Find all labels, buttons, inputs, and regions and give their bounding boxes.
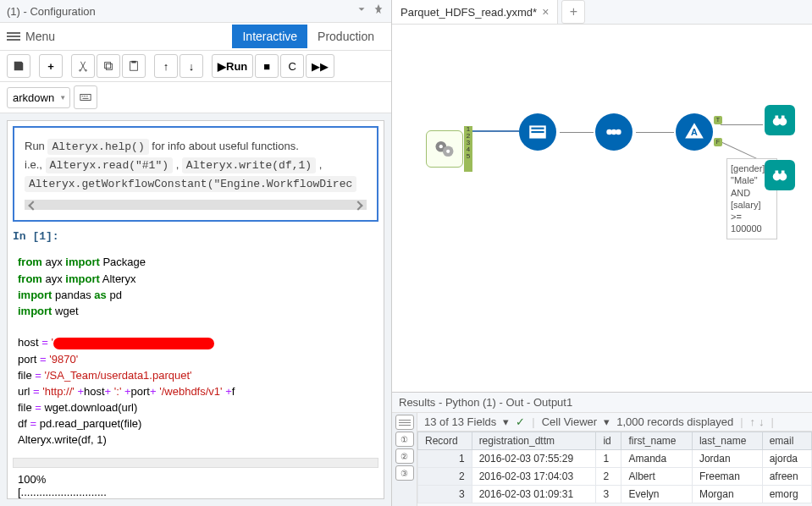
column-header[interactable]: id <box>596 432 621 450</box>
table-row[interactable]: 22016-02-03 17:04:032AlbertFreemanafreen <box>418 468 812 486</box>
table-cell[interactable]: 2016-02-03 01:09:31 <box>472 486 596 503</box>
browse-tool[interactable] <box>519 113 556 151</box>
results-anchor-2[interactable]: ② <box>395 448 414 464</box>
code-cell[interactable]: from ayx import Package from ayx import … <box>13 250 378 454</box>
column-header[interactable]: last_name <box>692 432 762 450</box>
connection[interactable] <box>472 130 519 132</box>
pin-icon[interactable] <box>373 3 384 19</box>
fields-count[interactable]: 13 of 13 Fields <box>424 415 496 428</box>
celltype-toolbar: arkdown <box>0 82 391 113</box>
browse-output-true[interactable] <box>765 105 795 135</box>
help-text: , <box>173 158 182 171</box>
table-cell[interactable]: 1 <box>596 450 621 468</box>
svg-rect-26 <box>776 171 779 176</box>
celltype-dropdown[interactable]: arkdown <box>7 87 70 108</box>
table-cell[interactable]: ajorda <box>762 450 811 468</box>
table-cell[interactable]: 1 <box>418 450 472 468</box>
table-cell[interactable]: 2 <box>596 468 621 486</box>
copy-button[interactable] <box>97 54 120 78</box>
workflow-canvas[interactable]: 12345 A T F [gender] = "Male" AND [salar… <box>392 25 812 392</box>
select-tool[interactable] <box>595 113 632 151</box>
restart-button[interactable]: C <box>280 54 304 78</box>
table-row[interactable]: 12016-02-03 07:55:291AmandaJordanajorda <box>418 450 812 468</box>
redacted-host <box>53 338 214 349</box>
collapse-icon[interactable] <box>356 3 367 19</box>
svg-point-18 <box>616 129 621 135</box>
table-cell[interactable]: afreen <box>762 468 811 486</box>
tab-production[interactable]: Production <box>307 25 384 48</box>
table-cell[interactable]: 3 <box>596 486 621 503</box>
table-cell[interactable]: Albert <box>621 468 692 486</box>
svg-rect-7 <box>86 96 88 96</box>
keyboard-button[interactable] <box>74 85 97 109</box>
notebook-area: Run Alteryx.help() for info about useful… <box>7 120 384 499</box>
svg-point-12 <box>446 150 450 153</box>
table-cell[interactable]: 3 <box>418 486 472 503</box>
output-line: [............................ <box>18 486 373 498</box>
move-down-button[interactable]: ↓ <box>180 54 203 78</box>
column-header[interactable]: Record <box>418 432 472 450</box>
table-cell[interactable]: Jordan <box>692 450 762 468</box>
prev-icon[interactable]: ↑ <box>750 415 756 428</box>
menu-bar: Menu Interactive Production <box>0 23 391 51</box>
cell-viewer-label[interactable]: Cell Viewer <box>542 415 598 428</box>
add-tab-button[interactable]: + <box>561 0 585 24</box>
connection[interactable] <box>721 124 763 125</box>
help-scrollbar[interactable] <box>25 200 367 210</box>
save-button[interactable] <box>7 54 30 78</box>
filter-tool[interactable]: A <box>676 113 713 151</box>
filter-true-anchor[interactable]: T <box>714 116 722 124</box>
code-scrollbar[interactable] <box>13 458 378 468</box>
stop-button[interactable]: ■ <box>255 54 279 78</box>
table-cell[interactable]: Freeman <box>692 468 762 486</box>
help-code: Alteryx.read("#1") <box>46 157 173 173</box>
output-cell: 100% [............................ <box>13 468 378 499</box>
tab-interactive[interactable]: Interactive <box>232 25 307 48</box>
python-tool[interactable] <box>426 130 463 168</box>
move-up-button[interactable]: ↑ <box>154 54 178 78</box>
connection[interactable] <box>560 132 594 133</box>
run-button[interactable]: ▶ Run <box>212 54 253 78</box>
browse-output-false[interactable] <box>765 160 795 190</box>
table-cell[interactable]: 2016-02-03 07:55:29 <box>472 450 596 468</box>
close-tab-icon[interactable]: × <box>542 5 549 19</box>
help-text: Run <box>25 140 47 152</box>
results-view-list[interactable] <box>395 415 414 430</box>
cut-button[interactable] <box>71 54 95 78</box>
filter-false-anchor[interactable]: F <box>714 138 722 146</box>
workflow-panel: Parquet_HDFS_read.yxmd* × + 12345 A T <box>392 0 812 506</box>
table-cell[interactable]: Morgan <box>692 486 762 503</box>
next-icon[interactable]: ↓ <box>759 415 765 428</box>
add-cell-button[interactable]: + <box>39 54 63 78</box>
file-tab[interactable]: Parquet_HDFS_read.yxmd* × <box>392 0 558 24</box>
results-title: Results - Python (1) - Out - Output1 <box>392 393 812 413</box>
python-output-anchor[interactable]: 12345 <box>464 126 472 172</box>
results-table[interactable]: Recordregistration_dttmidfirst_namelast_… <box>417 432 812 506</box>
table-cell[interactable]: Amanda <box>621 450 692 468</box>
connection[interactable] <box>636 132 674 133</box>
paste-button[interactable] <box>122 54 146 78</box>
column-header[interactable]: registration_dttm <box>472 432 596 450</box>
svg-rect-4 <box>80 95 91 101</box>
svg-rect-5 <box>82 96 84 96</box>
help-cell[interactable]: Run Alteryx.help() for info about useful… <box>13 126 378 222</box>
notebook-toolbar: + ↑ ↓ ▶ Run ■ C ▶▶ <box>0 51 391 82</box>
help-text: i.e., <box>25 158 46 171</box>
svg-rect-1 <box>106 63 112 69</box>
table-cell[interactable]: emorg <box>762 486 811 503</box>
svg-rect-0 <box>105 63 111 69</box>
svg-rect-14 <box>531 128 544 129</box>
table-row[interactable]: 32016-02-03 01:09:313EvelynMorganemorg <box>418 486 812 503</box>
table-cell[interactable]: 2 <box>418 468 472 486</box>
fast-forward-button[interactable]: ▶▶ <box>306 54 334 78</box>
column-header[interactable]: email <box>762 432 811 450</box>
table-cell[interactable]: Evelyn <box>621 486 692 503</box>
run-label: Run <box>226 60 247 73</box>
results-anchor-1[interactable]: ① <box>395 432 414 447</box>
column-header[interactable]: first_name <box>621 432 692 450</box>
connection[interactable] <box>721 141 760 160</box>
table-cell[interactable]: 2016-02-03 17:04:03 <box>472 468 596 486</box>
results-anchor-3[interactable]: ③ <box>395 465 414 481</box>
hamburger-icon[interactable] <box>7 32 20 41</box>
menu-label[interactable]: Menu <box>25 30 55 43</box>
